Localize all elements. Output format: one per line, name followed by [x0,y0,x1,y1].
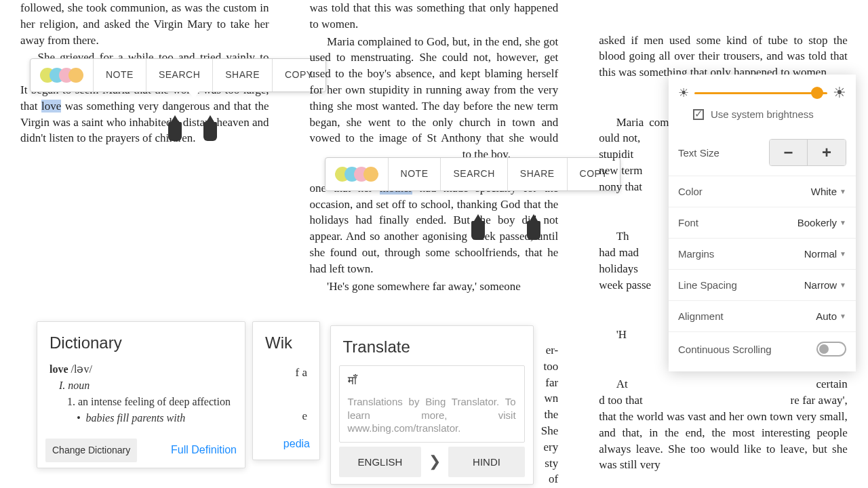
color-swatch[interactable] [363,167,378,182]
translate-to-lang[interactable]: HINDI [448,447,524,477]
alignment-label: Alignment [678,310,724,322]
search-button[interactable]: SEARCH [441,158,507,190]
text-size-label: Text Size [678,147,719,159]
paragraph: Maria complained to God, but, in the end… [310,34,559,163]
dictionary-title: Dictionary [37,322,245,361]
change-dictionary-button[interactable]: Change Dictionary [45,439,137,463]
selection-handle-end[interactable] [203,122,217,141]
chevron-right-icon: ❯ [421,451,448,472]
font-label: Font [678,217,698,228]
translate-title: Translate [331,326,533,365]
page-column-1: followed, she took communion, as was the… [0,0,290,488]
highlight-colors[interactable] [326,158,389,190]
translate-from-lang[interactable]: ENGLISH [339,447,422,477]
chevron-down-icon: ▼ [840,281,846,289]
translate-attribution: Translations by Bing Translator. To lear… [348,395,516,435]
translate-card: Translate माँ Translations by Bing Trans… [330,325,534,485]
dictionary-headword: love [50,363,68,375]
full-definition-link[interactable]: Full Definition [171,443,237,458]
selection-toolbar: NOTE SEARCH SHARE COPY [30,58,326,92]
margins-label: Margins [678,248,714,260]
brightness-slider[interactable] [694,92,827,94]
brightness-low-icon: ☀ [678,85,689,100]
share-button[interactable]: SHARE [213,59,273,92]
page-column-2: was told that this was something that on… [290,0,579,488]
color-label: Color [678,186,703,197]
text-size-stepper: − + [769,139,846,166]
toolbar-pointer [189,92,199,98]
line-spacing-label: Line Spacing [678,279,737,291]
system-brightness-checkbox[interactable] [693,109,704,120]
color-select[interactable]: White▼ [811,186,846,197]
highlight-colors[interactable] [31,59,94,92]
paragraph: At certain d too that re far away', that… [599,376,848,473]
chevron-down-icon: ▼ [840,312,846,320]
search-button[interactable]: SEARCH [146,59,213,92]
note-button[interactable]: NOTE [94,59,146,92]
selection-handle-end[interactable] [527,221,540,240]
chevron-down-icon: ▼ [840,219,846,226]
dictionary-pronunciation: /ləv/ [71,363,92,375]
chevron-down-icon: ▼ [840,250,846,258]
selection-toolbar: NOTE SEARCH SHARE COPY [325,157,621,191]
color-swatch[interactable] [68,68,83,83]
note-button[interactable]: NOTE [389,158,441,190]
text-size-increase-button[interactable]: + [808,140,846,165]
share-button[interactable]: SHARE [508,158,568,190]
system-brightness-label: Use system brightness [711,108,814,120]
paragraph: asked if men used some kind of tube to s… [599,33,848,81]
display-settings-panel: ☀ ☀ Use system brightness Text Size − + … [669,75,856,371]
chevron-down-icon: ▼ [840,188,846,195]
selection-handle-start[interactable] [471,221,485,240]
alignment-select[interactable]: Auto▼ [816,310,846,322]
translate-result: माँ [348,373,516,389]
font-select[interactable]: Bookerly▼ [797,217,846,228]
margins-select[interactable]: Normal▼ [804,248,846,260]
brightness-thumb[interactable] [811,87,823,99]
selected-word-love[interactable]: love [41,100,61,113]
brightness-high-icon: ☀ [833,84,846,102]
paragraph: was told that this was something that on… [310,0,559,33]
selection-handle-start[interactable] [168,122,182,141]
continuous-scrolling-label: Continuous Scrolling [678,344,772,355]
dictionary-pos: noun [68,380,90,391]
text-size-decrease-button[interactable]: − [770,140,808,165]
paragraph: followed, she took communion, as was the… [20,0,269,48]
line-spacing-select[interactable]: Narrow▼ [804,279,846,291]
dictionary-example: babies fill parents with [86,412,186,424]
dictionary-card: Dictionary love /ləv/ I. noun 1. an inte… [37,321,245,468]
continuous-scrolling-toggle[interactable] [816,342,846,357]
dictionary-definition: an intense feeling of deep affection [78,396,231,407]
paragraph: 'He's gone somewhere far away,' someone [310,279,559,295]
